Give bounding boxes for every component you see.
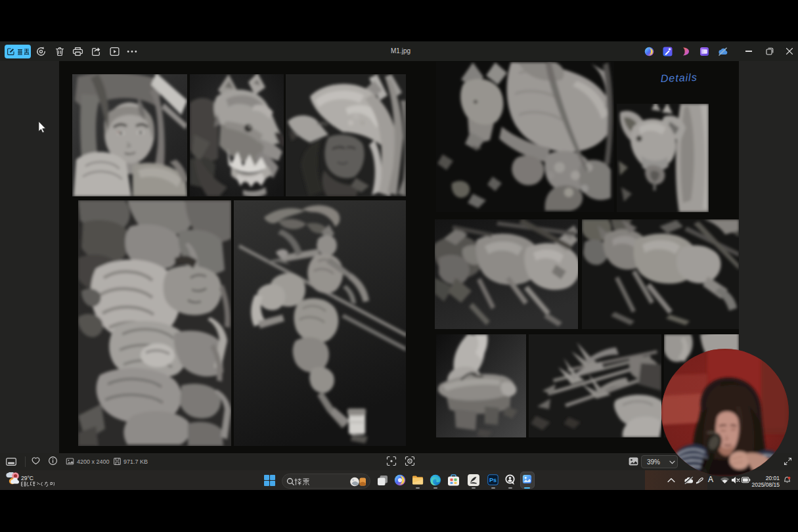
svg-text:Ps: Ps: [489, 477, 497, 483]
svg-text:Details: Details: [661, 72, 698, 84]
